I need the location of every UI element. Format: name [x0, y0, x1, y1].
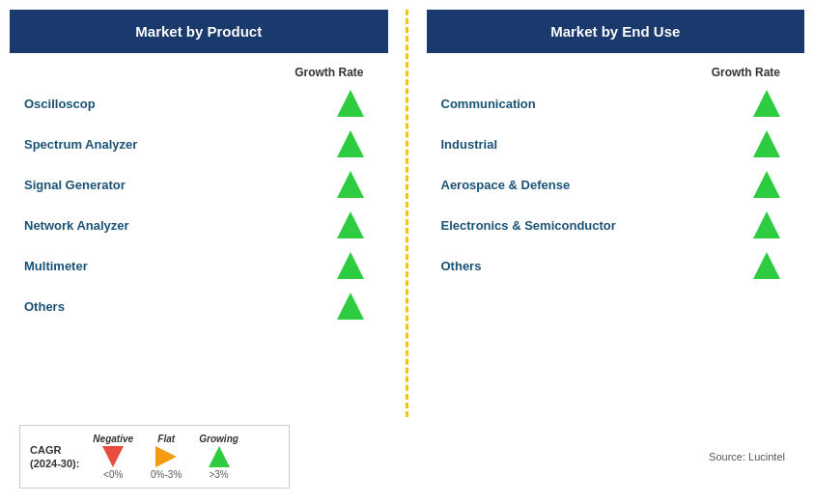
legend-flat-value: 0%-3% [151, 469, 182, 480]
right-list-item: Aerospace & Defense [441, 164, 796, 205]
arrow-right-icon [155, 446, 177, 467]
legend-growing-label: Growing [199, 434, 239, 444]
left-list-item: Network Analyzer [24, 205, 379, 245]
up-arrow-icon-3 [337, 211, 364, 238]
up-arrow-icon-1 [337, 130, 364, 157]
right-items-list: Communication Industrial Aerospace & Def… [441, 83, 796, 286]
legend-container: CAGR(2024-30): Negative <0% Flat 0%-3% G… [19, 425, 290, 489]
left-item-label-3: Network Analyzer [24, 218, 129, 233]
left-panel-header: Market by Product [10, 10, 388, 53]
left-list-item: Spectrum Analyzer [24, 124, 379, 164]
right-item-label-2: Aerospace & Defense [441, 178, 571, 192]
legend-negative-value: <0% [103, 469, 123, 480]
up-arrow-right-icon-1 [753, 130, 780, 157]
right-item-label-3: Electronics & Semiconductor [441, 218, 616, 233]
left-list-item: Signal Generator [24, 164, 379, 205]
arrow-down-icon [102, 446, 124, 467]
divider [388, 10, 427, 417]
right-growth-rate-label: Growth Rate [441, 58, 796, 83]
left-items-list: Oscilloscop Spectrum Analyzer Signal Gen… [24, 83, 379, 326]
left-list-item: Multimeter [24, 245, 379, 286]
left-item-label-1: Spectrum Analyzer [24, 137, 137, 152]
left-growth-rate-label: Growth Rate [24, 58, 379, 83]
up-arrow-icon-4 [337, 252, 364, 279]
right-list-item: Others [441, 245, 796, 286]
bottom-row: CAGR(2024-30): Negative <0% Flat 0%-3% G… [0, 417, 814, 504]
left-list-item: Oscilloscop [24, 83, 379, 124]
legend-growing-value: >3% [209, 469, 228, 480]
legend-cagr-label: CAGR(2024-30): [30, 443, 79, 471]
up-arrow-right-icon-3 [753, 211, 780, 238]
left-item-label-2: Signal Generator [24, 178, 126, 192]
left-item-label-5: Others [24, 299, 65, 314]
source-text: Source: Lucintel [309, 451, 804, 462]
main-container: Market by Product Growth Rate Oscillosco… [0, 0, 814, 417]
right-item-label-0: Communication [441, 97, 536, 111]
right-panel-body: Growth Rate Communication Industrial Aer… [427, 53, 805, 417]
dashed-divider [406, 10, 408, 417]
arrow-up-icon [209, 446, 230, 467]
left-item-label-0: Oscilloscop [24, 97, 96, 111]
up-arrow-icon-5 [337, 293, 364, 320]
legend-flat: Flat 0%-3% [151, 434, 182, 480]
right-list-item: Industrial [441, 124, 796, 164]
right-list-item: Communication [441, 83, 796, 124]
left-item-label-4: Multimeter [24, 259, 88, 273]
up-arrow-icon-2 [337, 171, 364, 198]
left-panel-body: Growth Rate Oscilloscop Spectrum Analyze… [10, 53, 388, 417]
legend-growing: Growing >3% [199, 434, 239, 480]
left-list-item: Others [24, 286, 379, 326]
legend-flat-label: Flat [157, 434, 175, 444]
up-arrow-right-icon-4 [753, 252, 780, 279]
right-panel-header: Market by End Use [427, 10, 805, 53]
left-panel: Market by Product Growth Rate Oscillosco… [10, 10, 388, 417]
up-arrow-right-icon-2 [753, 171, 780, 198]
legend-negative-label: Negative [93, 434, 133, 444]
right-list-item: Electronics & Semiconductor [441, 205, 796, 245]
legend-negative: Negative <0% [93, 434, 133, 480]
up-arrow-right-icon-0 [753, 90, 780, 117]
right-item-label-1: Industrial [441, 137, 498, 152]
right-panel: Market by End Use Growth Rate Communicat… [427, 10, 805, 417]
right-item-label-4: Others [441, 259, 482, 273]
up-arrow-icon-0 [337, 90, 364, 117]
